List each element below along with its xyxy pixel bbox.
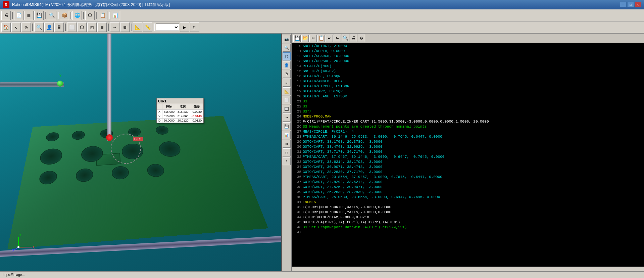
- 3d-viewport[interactable]: CIR1 CIR1 理论 实际 偏差 X315.000315.2300.0230…: [0, 34, 282, 271]
- toolbar-btn-2[interactable]: ▦: [24, 11, 34, 20]
- code-line[interactable]: 42T(TCOR1)=TOL/CORTOL,XAXIS,-0.0300,0.03…: [293, 205, 643, 210]
- code-line[interactable]: 10SNSET/RETRCT, 2.0000: [293, 44, 643, 49]
- toolbar2-btn-zoom[interactable]: 🔍: [34, 22, 44, 32]
- code-tb-redo[interactable]: ↪: [334, 35, 341, 42]
- toolbar2-btn-rect[interactable]: ⬜: [67, 22, 77, 32]
- minimize-button[interactable]: ─: [620, 2, 627, 7]
- code-content[interactable]: 10SNSET/RETRCT, 2.000011SNSET/DEPTH, 0.0…: [292, 43, 644, 267]
- icon-grid[interactable]: ⊞: [283, 140, 291, 148]
- toolbar2-btn-display[interactable]: 🖥: [54, 22, 64, 32]
- code-line[interactable]: 18GEOALG/CIRCLE, LSTSQR: [293, 84, 643, 89]
- toolbar2-btn-angle[interactable]: 📐: [133, 22, 142, 32]
- line-text: T(TDM1)=TOL/DIAM,0.0000,0.0210: [303, 215, 369, 220]
- icon-mouse[interactable]: 🖱: [283, 70, 291, 78]
- toolbar2-btn-minus[interactable]: ⊟: [120, 22, 130, 32]
- code-tb-print[interactable]: 🖨: [350, 35, 357, 42]
- icon-arrows[interactable]: ↕: [283, 157, 291, 165]
- code-line[interactable]: 36 PTMEAS/CART, 23.8554, 37.9467, -3.000…: [293, 175, 643, 180]
- main-content: CIR1 CIR1 理论 实际 偏差 X315.000315.2300.0230…: [0, 34, 644, 271]
- code-line[interactable]: 21$$: [293, 99, 643, 104]
- code-line[interactable]: 12SNSET/SEARCH, 10.0000: [293, 54, 643, 59]
- code-line[interactable]: 15SNSLCT/S(40-D2): [293, 69, 643, 74]
- code-line[interactable]: 41ENDMES: [293, 200, 643, 205]
- icon-rect[interactable]: ⬜: [283, 96, 291, 104]
- toolbar2-btn-extra2[interactable]: ⬚: [190, 22, 199, 32]
- code-line[interactable]: 31 GOTO/CART, 37.7170, 34.7170, -3.0000: [293, 149, 643, 154]
- code-line[interactable]: 29 GOTO/CART, 38.1708, 29.3786, -3.0000: [293, 139, 643, 144]
- toolbar2-btn-cursor[interactable]: ↖: [11, 22, 21, 32]
- code-line[interactable]: 11SNSET/DEPTH, 0.0000: [293, 49, 643, 54]
- line-text: PTMEAS/CART, 25.0533, 23.8554, -3.0000, …: [303, 195, 440, 200]
- icon-camera[interactable]: 📷: [283, 35, 291, 43]
- code-tb-copy[interactable]: 📋: [317, 35, 325, 42]
- toolbar-btn-8[interactable]: 📋: [98, 11, 107, 20]
- toolbar2-btn-grid[interactable]: ⊞: [97, 22, 107, 32]
- code-line[interactable]: 26$$ Measurement points are created thro…: [293, 124, 643, 129]
- code-line[interactable]: 33 GOTO/CART, 33.6214, 38.1708, -3.0000: [293, 159, 643, 165]
- code-line[interactable]: 32 PTMEAS/CART, 37.9467, 39.1446, -3.000…: [293, 154, 643, 159]
- toolbar2-btn-measure[interactable]: 📏: [143, 22, 152, 32]
- icon-edit[interactable]: ✏: [283, 79, 291, 87]
- code-tb-find[interactable]: 🔍: [342, 35, 349, 42]
- code-horizontal-scrollbar[interactable]: [292, 267, 644, 271]
- toolbar-btn-1[interactable]: 📄: [14, 11, 23, 20]
- code-line[interactable]: 40 PTMEAS/CART, 25.0533, 23.8554, -3.000…: [293, 195, 643, 200]
- code-tb-open[interactable]: 📂: [301, 35, 309, 42]
- code-tb-undo[interactable]: ↩: [326, 35, 333, 42]
- toolbar2-btn-select[interactable]: ◎: [21, 22, 31, 32]
- restore-button[interactable]: □: [627, 2, 634, 7]
- toolbar2-btn-frame[interactable]: ◱: [87, 22, 97, 32]
- code-line[interactable]: 45OUTPUT/FA(CIR1),TA(TCOR1),TA(TCOR2),TA…: [293, 220, 643, 225]
- icon-polyhedron[interactable]: ⬡: [283, 52, 291, 60]
- line-text: SNSLCT/S(40-D2): [303, 69, 336, 74]
- toolbar2-btn-person[interactable]: 👤: [44, 22, 54, 32]
- code-line[interactable]: 24MODE/PROG,MAN: [293, 114, 643, 119]
- code-line[interactable]: 30 GOTO/CART, 38.4748, 32.0929, -3.0000: [293, 144, 643, 149]
- toolbar2-btn-arrow[interactable]: →: [110, 22, 119, 32]
- code-line[interactable]: 43T(TCOR2)=TOL/CORTOL,YAXIS,-0.0300,0.03…: [293, 210, 643, 215]
- close-button[interactable]: ✕: [635, 2, 641, 7]
- code-line[interactable]: 34 GOTO/CART, 30.9071, 38.4748, -3.0000: [293, 165, 643, 170]
- code-line[interactable]: 46$$ Set.GraphReport.DataWin.FA(CIR1).at…: [293, 225, 643, 230]
- view-dropdown[interactable]: [156, 24, 179, 31]
- toolbar-btn-5[interactable]: 📦: [60, 11, 69, 20]
- code-line[interactable]: 27MEAS/CIRCLE, F(CIR1), 4: [293, 129, 643, 134]
- icon-zoom[interactable]: 🔍: [283, 44, 291, 52]
- icon-measure[interactable]: 📐: [283, 87, 291, 95]
- code-line[interactable]: 22$$: [293, 104, 643, 109]
- code-line[interactable]: 20GEOALG/PLANE, LSTSQR: [293, 94, 643, 99]
- code-line[interactable]: 25F(CIR1)=FEAT/CIRCLE,INNER,CART,31.5000…: [293, 119, 643, 124]
- icon-frame2[interactable]: ⬚: [283, 148, 291, 156]
- toolbar-btn-0[interactable]: 🖨: [1, 11, 11, 20]
- line-number: 19: [293, 89, 301, 94]
- toolbar2-btn-poly[interactable]: ⬡: [77, 22, 87, 32]
- toolbar-btn-9[interactable]: 📊: [111, 11, 120, 20]
- icon-chart[interactable]: 📊: [283, 131, 291, 139]
- code-tb-cut[interactable]: ✂: [309, 35, 317, 42]
- toolbar2-btn-home[interactable]: 🏠: [1, 22, 11, 32]
- code-line[interactable]: 44T(TDM1)=TOL/DIAM,0.0000,0.0210: [293, 215, 643, 220]
- icon-person[interactable]: 👤: [283, 61, 291, 69]
- code-line[interactable]: 38 GOTO/CART, 24.5252, 30.9071, -3.0000: [293, 185, 643, 190]
- code-line[interactable]: 39 GOTO/CART, 25.2830, 28.2830, -3.0000: [293, 190, 643, 195]
- code-tb-settings[interactable]: ⚙: [358, 35, 365, 42]
- code-line[interactable]: 16GEOALG/BF, LSTSQR: [293, 74, 643, 79]
- icon-save[interactable]: 💾: [283, 122, 291, 130]
- code-line[interactable]: 28 PTMEAS/CART, 39.1446, 25.0533, -3.000…: [293, 134, 643, 139]
- code-line[interactable]: 13SNSET/CLRSRF, 20.0000: [293, 59, 643, 64]
- toolbar-btn-3[interactable]: 💾: [34, 11, 44, 20]
- icon-undo[interactable]: ↩: [283, 113, 291, 122]
- code-line[interactable]: 14RECALL/D(MCS): [293, 64, 643, 69]
- code-line[interactable]: 19GEOALG/ARC, LSTSQR: [293, 89, 643, 94]
- code-line[interactable]: 37 GOTO/CART, 24.8292, 33.6214, -3.0000: [293, 180, 643, 185]
- code-line[interactable]: 35 GOTO/CART, 28.2830, 37.7170, -3.0000: [293, 170, 643, 175]
- code-tb-save[interactable]: 💾: [293, 35, 301, 42]
- toolbar-btn-6[interactable]: 🌐: [72, 11, 82, 20]
- code-line[interactable]: 47: [293, 230, 643, 235]
- toolbar-btn-4[interactable]: 🔍: [47, 11, 56, 20]
- toolbar2-btn-extra1[interactable]: ▶: [180, 22, 189, 32]
- code-line[interactable]: 17GEOALG/ANGLB, DEFALT: [293, 79, 643, 84]
- code-line[interactable]: 23$$*/: [293, 109, 643, 114]
- toolbar-btn-7[interactable]: ⬡: [85, 11, 95, 20]
- icon-frame[interactable]: 🔲: [283, 105, 291, 113]
